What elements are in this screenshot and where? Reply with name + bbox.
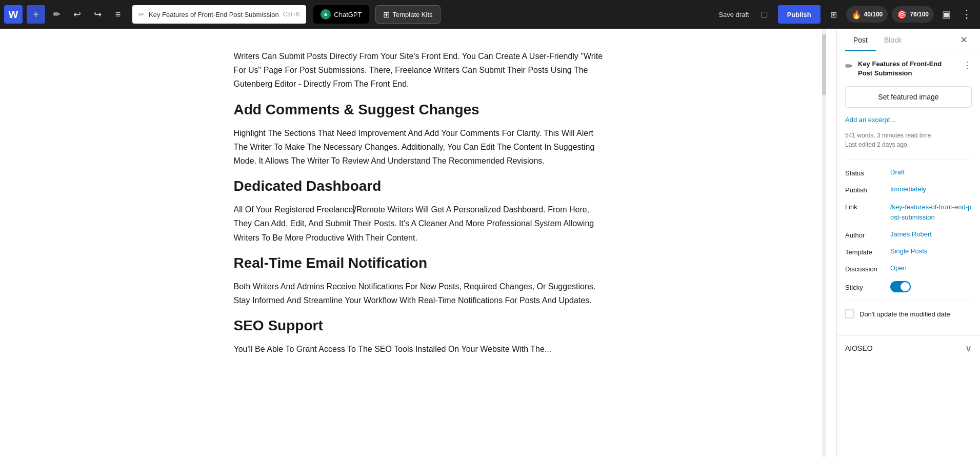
publish-button[interactable]: Publish	[778, 5, 821, 24]
set-featured-image-button[interactable]: Set featured image	[845, 86, 972, 108]
score2-value: 76/100	[910, 11, 929, 18]
document-overview-button[interactable]: ≡	[109, 5, 127, 24]
content-paragraph-1: Writers Can Submit Posts Directly From Y…	[234, 49, 603, 91]
discussion-field: Discussion Open	[845, 264, 972, 273]
redo-button[interactable]: ↪	[88, 5, 107, 24]
publish-label: Publish	[845, 185, 886, 194]
score-badge-2[interactable]: 🎯 76/100	[892, 6, 934, 23]
content-paragraph-5: You'll Be Able To Grant Access To The SE…	[234, 342, 603, 356]
sidebar-tabs: Post Block ✕	[837, 29, 980, 51]
discussion-value[interactable]: Open	[890, 264, 972, 272]
word-count-info: 541 words, 3 minutes read time. Last edi…	[845, 131, 972, 149]
template-kits-label: Template Kits	[393, 11, 433, 18]
tab-post[interactable]: Post	[845, 29, 876, 51]
template-field: Template Single Posts	[845, 247, 972, 256]
sidebar-content: ✏ Key Features of Front-End Post Submiss…	[837, 51, 980, 335]
toggle-thumb	[901, 282, 910, 291]
link-value[interactable]: /key-features-of-front-end-post-submissi…	[890, 202, 972, 222]
link-field: Link /key-features-of-front-end-post-sub…	[845, 202, 972, 222]
status-field: Status Draft	[845, 168, 972, 177]
template-value[interactable]: Single Posts	[890, 247, 972, 255]
aioseo-chevron-icon: ∨	[965, 343, 972, 354]
content-wrapper: Writers Can Submit Posts Directly From Y…	[234, 49, 603, 356]
add-block-button[interactable]: +	[27, 5, 45, 24]
tools-button[interactable]: ✏	[47, 5, 66, 24]
text-cursor	[353, 205, 354, 214]
dont-update-date-row: Don't update the modified date	[845, 309, 972, 319]
shortcut-hint: Ctrl+K	[283, 11, 301, 18]
content-heading-3: Real-Time Email Notification	[234, 255, 603, 271]
dont-update-date-checkbox[interactable]	[845, 309, 854, 319]
content-heading-1: Add Comments & Suggest Changes	[234, 102, 603, 118]
chatgpt-icon: ★	[321, 9, 331, 19]
post-title-bar[interactable]: ✏ Key Features of Front-End Post Submiss…	[132, 5, 306, 24]
chatgpt-label: ChatGPT	[334, 11, 362, 18]
view-button[interactable]: □	[755, 5, 774, 24]
content-heading-4: SEO Support	[234, 317, 603, 334]
publish-value[interactable]: Immediately	[890, 185, 972, 193]
content-paragraph-2: Highlight The Sections That Need Improve…	[234, 126, 603, 168]
document-icon: ✏	[845, 61, 853, 72]
score-badge-1[interactable]: 🔥 40/100	[846, 6, 888, 23]
editor-scrollbar[interactable]	[822, 29, 826, 457]
undo-button[interactable]: ↩	[68, 5, 86, 24]
status-label: Status	[845, 168, 886, 177]
score1-value: 40/100	[864, 11, 883, 18]
sticky-field: Sticky	[845, 281, 972, 292]
pattern-button[interactable]: ⊞	[825, 5, 843, 24]
content-paragraph-3: All Of Your Registered Freelance/Remote …	[234, 203, 603, 245]
toolbar: W + ✏ ↩ ↪ ≡ ✏ Key Features of Front-End …	[0, 0, 980, 29]
toggle-track[interactable]	[890, 281, 911, 292]
more-options-button[interactable]: ⋮	[957, 5, 976, 24]
content-heading-2: Dedicated Dashboard	[234, 178, 603, 194]
document-title: Key Features of Front-End Post Submissio…	[858, 59, 957, 78]
sticky-toggle[interactable]	[890, 281, 911, 292]
author-label: Author	[845, 230, 886, 239]
sidebar-divider-1	[845, 160, 972, 160]
template-label: Template	[845, 247, 886, 256]
wp-logo-icon[interactable]: W	[4, 5, 23, 24]
scrollbar-thumb[interactable]	[822, 34, 826, 95]
link-label: Link	[845, 202, 886, 211]
post-title-text: Key Features of Front-End Post Submissio…	[149, 11, 279, 18]
tab-block[interactable]: Block	[876, 29, 910, 51]
sidebar: Post Block ✕ ✏ Key Features of Front-End…	[836, 29, 980, 457]
template-kits-icon: ⊞	[383, 10, 390, 19]
pen-icon: ✏	[138, 10, 145, 18]
add-excerpt-link[interactable]: Add an excerpt...	[845, 116, 972, 124]
author-field: Author James Robert	[845, 230, 972, 239]
score2-icon: 🎯	[897, 10, 907, 19]
sidebar-divider-2	[845, 301, 972, 301]
publish-field: Publish Immediately	[845, 185, 972, 194]
score1-icon: 🔥	[851, 10, 862, 19]
editor-area[interactable]: Writers Can Submit Posts Directly From Y…	[0, 29, 836, 457]
save-draft-button[interactable]: Save draft	[714, 11, 753, 18]
mobile-view-button[interactable]: ▣	[937, 5, 955, 24]
author-value[interactable]: James Robert	[890, 230, 972, 238]
chatgpt-button[interactable]: ★ ChatGPT	[313, 5, 369, 24]
content-paragraph-4: Both Writers And Admins Receive Notifica…	[234, 280, 603, 307]
doc-menu-button[interactable]: ⋮	[963, 59, 972, 71]
aioseo-section[interactable]: AIOSEO ∨	[837, 335, 980, 361]
aioseo-label: AIOSEO	[845, 344, 873, 352]
main-container: Writers Can Submit Posts Directly From Y…	[0, 29, 980, 457]
discussion-label: Discussion	[845, 264, 886, 273]
sidebar-close-button[interactable]: ✕	[956, 29, 972, 51]
dont-update-date-label: Don't update the modified date	[859, 310, 950, 318]
template-kits-button[interactable]: ⊞ Template Kits	[375, 5, 441, 24]
sticky-label: Sticky	[845, 283, 886, 291]
doc-header: ✏ Key Features of Front-End Post Submiss…	[845, 59, 972, 78]
status-value[interactable]: Draft	[890, 168, 972, 176]
